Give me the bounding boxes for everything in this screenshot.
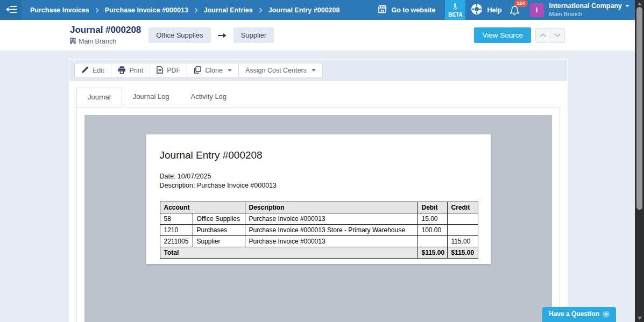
branch-label: Main Branch [79,38,116,45]
line-debit [417,236,447,247]
company-branch: Main Branch [549,11,629,18]
journal-entry-title: Journal Entry #000208 [160,149,477,161]
tab-journal[interactable]: Journal [76,88,122,107]
assign-cost-centers-button[interactable]: Assign Cost Centers [238,63,323,78]
question-mark-icon: ? [603,311,610,318]
journal-date: Date: 10/07/2025 [160,172,477,181]
company-name: International Company [549,2,622,10]
page-title: Journal #000208 [70,25,141,34]
branch-row: Main Branch [70,38,141,46]
tab-journal-log[interactable]: Journal Log [122,88,180,104]
total-label: Total [160,247,417,259]
clone-button[interactable]: Clone [187,63,239,78]
printer-icon [118,66,126,75]
caret-down-icon [228,69,232,71]
storefront-icon [377,5,387,15]
company-menu[interactable]: International Company Main Branch [549,2,629,18]
tab-bar: Journal Journal Log Activity Log [69,88,568,107]
scrollbar-thumb[interactable] [636,7,642,210]
breadcrumb-item[interactable]: Purchase Invoice #000013 [105,6,188,14]
page-header: Journal #000208 Main Branch Office Suppl… [0,20,635,51]
arrow-right-icon [218,33,227,38]
caret-down-icon [312,69,316,71]
debit-column-header: Debit [417,202,447,213]
life-ring-icon [471,3,483,17]
account-tag: Office Supplies [148,27,210,43]
help-button[interactable]: Help [471,3,501,17]
toolbar: Edit Print PDF [69,59,568,82]
line-credit [447,213,478,225]
chevron-down-icon [625,5,629,7]
account-name: Supplier [193,236,245,247]
clone-label: Clone [205,67,223,74]
total-debit: $115.00 [417,247,447,259]
total-credit: $115.00 [447,247,478,259]
edit-button[interactable]: Edit [74,63,111,78]
go-to-website-label: Go to website [392,6,436,14]
table-row: 2211005 Supplier Purchase Invoice #00001… [160,236,478,247]
line-description: Purchase Invoice #000013 [245,213,417,225]
print-label: Print [130,67,144,74]
document-icon [157,66,163,75]
account-code: 2211005 [160,236,193,247]
previous-record-button[interactable] [535,28,550,43]
account-name: Purchases [193,225,245,236]
account-name: Office Supplies [193,213,245,225]
page-body: Edit Print PDF [0,51,635,322]
scrollbar[interactable] [635,0,644,322]
chevron-right-icon [194,8,198,13]
line-credit: 115.00 [447,236,478,247]
beta-label: BETA [448,12,462,18]
collapse-sidebar-button[interactable] [0,0,22,20]
table-total-row: Total $115.00 $115.00 [160,247,478,259]
journal-card: Edit Print PDF [69,59,568,322]
notifications-button[interactable]: 124 [509,2,522,18]
journal-accounts-tags: Office Supplies Supplier [148,27,274,43]
scroll-up-arrow[interactable] [635,0,644,8]
document-viewer: Journal Entry #000208 Date: 10/07/2025 D… [84,115,552,322]
line-debit: 100.00 [417,225,447,236]
tab-content-panel: Journal Entry #000208 Date: 10/07/2025 D… [76,107,560,322]
account-code: 1210 [160,225,193,236]
have-a-question-button[interactable]: Have a Question ? [542,307,616,322]
avatar[interactable]: I [530,3,544,17]
breadcrumb: Purchase Invoices Purchase Invoice #0000… [30,0,339,20]
account-column-header: Account [160,202,245,213]
scroll-down-arrow[interactable] [635,314,644,322]
print-button[interactable]: Print [111,63,151,78]
topbar-right: Go to website BETA Help [377,0,635,20]
table-row: 1210 Purchases Purchase Invoice #000013 … [160,225,478,236]
edit-label: Edit [93,67,104,74]
table-header-row: Account Description Debit Credit [160,202,478,213]
record-pager [535,28,565,43]
account-tag: Supplier [233,27,274,43]
notification-count-badge: 124 [514,0,528,7]
go-to-website-link[interactable]: Go to website [377,5,436,15]
breadcrumb-item[interactable]: Journal Entries [204,6,253,14]
chevron-right-icon [95,8,99,13]
pdf-label: PDF [167,67,180,74]
collapse-sidebar-icon [5,5,17,15]
pdf-button[interactable]: PDF [150,63,187,78]
credit-column-header: Credit [447,202,478,213]
journal-lines-table: Account Description Debit Credit 58 [160,202,478,259]
breadcrumb-current: Journal Entry #000208 [268,6,340,14]
next-record-button[interactable] [550,28,565,43]
topbar: Purchase Invoices Purchase Invoice #0000… [0,0,635,20]
journal-entry-paper: Journal Entry #000208 Date: 10/07/2025 D… [146,134,491,264]
help-label: Help [487,6,501,14]
line-credit [447,225,478,236]
view-source-button[interactable]: View Source [474,27,531,43]
table-row: 58 Office Supplies Purchase Invoice #000… [160,213,478,225]
copy-icon [194,66,201,75]
app-screen: Purchase Invoices Purchase Invoice #0000… [0,0,644,322]
rocket-icon [452,3,458,11]
beta-badge[interactable]: BETA [445,0,465,20]
assign-cost-centers-label: Assign Cost Centers [245,67,307,74]
journal-description: Description: Purchase Invoice #000013 [160,181,477,190]
description-column-header: Description [245,202,417,213]
breadcrumb-item[interactable]: Purchase Invoices [30,6,89,14]
account-code: 58 [160,213,193,225]
line-description: Purchase Invoice #000013 [245,236,417,247]
tab-activity-log[interactable]: Activity Log [180,88,237,104]
